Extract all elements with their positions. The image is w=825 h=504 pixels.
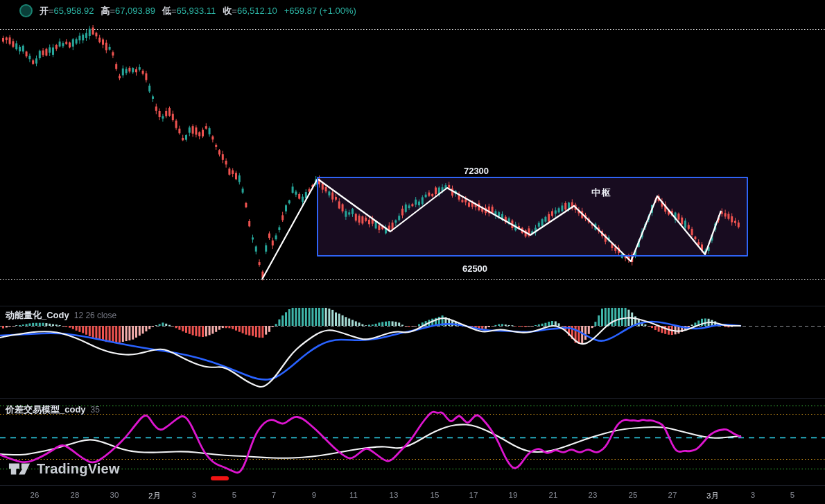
time-tick-label: 5 [790,491,794,499]
time-tick-label: 3 [192,491,196,499]
change-value: +659.87 (+1.00%) [284,6,356,16]
symbol-legend[interactable]: 开=65,958.92高=67,093.89低=65,933.11收=66,51… [19,4,356,17]
symbol-toggle-icon[interactable] [19,4,33,17]
chart-canvas[interactable] [0,0,825,504]
time-tick-label: 23 [589,491,598,499]
box-center-label: 中枢 [591,186,612,199]
time-tick-label: 17 [469,491,478,499]
time-tick-label: 13 [390,491,399,499]
time-tick-label: 19 [509,491,518,499]
indicator-name[interactable]: 价差交易模型_cody [6,403,86,416]
tradingview-logo-text: TradingView [37,461,120,477]
ohlc-item: 低=65,933.11 [162,5,216,17]
time-axis[interactable]: 2628302月35791113151719212325273月35 [0,491,825,504]
time-tick-label: 15 [431,491,440,499]
indicator-title-momentum[interactable]: 动能量化_Cody 12 26 close [6,309,116,322]
tradingview-logo-icon [8,460,32,477]
time-axis-separator [0,485,825,486]
panel-separator[interactable] [0,306,825,306]
time-tick-label: 5 [232,491,236,499]
time-tick-label: 9 [312,491,316,499]
ohlc-values: 开=65,958.92高=67,093.89低=65,933.11收=66,51… [40,5,277,17]
time-tick-label: 3月 [706,491,719,501]
box-top-price-label: 72300 [464,166,489,176]
time-tick-label: 3 [751,491,755,499]
ohlc-item: 收=66,512.10 [223,5,277,17]
time-tick-label: 11 [349,491,358,499]
time-tick-label: 21 [549,491,558,499]
tradingview-watermark: TradingView [8,460,120,477]
time-tick-label: 2月 [148,491,161,501]
time-tick-label: 27 [668,491,677,499]
tradingview-chart-window: 开=65,958.92高=67,093.89低=65,933.11收=66,51… [0,0,825,504]
time-tick-label: 7 [272,491,276,499]
box-bottom-price-label: 62500 [462,263,487,274]
time-tick-label: 30 [110,491,119,499]
indicator-name[interactable]: 动能量化_Cody [6,309,69,322]
indicator-params: 12 26 close [74,311,116,320]
time-tick-label: 26 [31,491,40,499]
indicator-title-spread[interactable]: 价差交易模型_cody 35 [6,403,100,416]
time-tick-label: 25 [629,491,638,499]
panel-separator[interactable] [0,398,825,399]
time-tick-label: 28 [71,491,80,499]
ohlc-item: 高=67,093.89 [101,5,155,17]
ohlc-item: 开=65,958.92 [40,5,94,17]
indicator-params: 35 [91,405,100,415]
